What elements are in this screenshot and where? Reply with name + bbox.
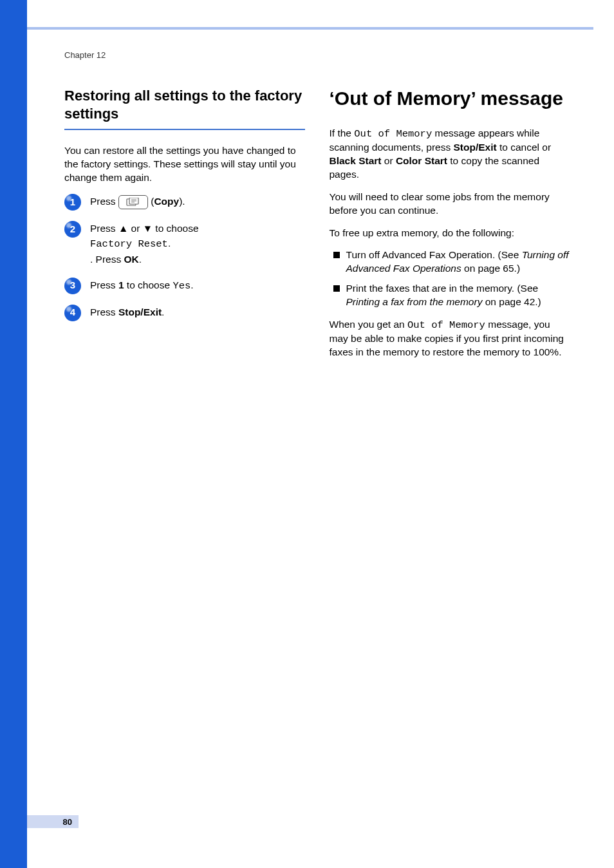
section-heading-out-of-memory: ‘Out of Memory’ message [330, 87, 570, 110]
oom-paragraph-3: To free up extra memory, do the followin… [330, 227, 570, 240]
text: . [191, 279, 193, 290]
copy-key-icon [118, 195, 148, 209]
text: or [128, 223, 142, 234]
text: ). [179, 196, 185, 207]
yes-option: Yes [172, 280, 191, 292]
step-1: 1 Press (Copy). [64, 194, 305, 211]
text: . [139, 254, 142, 265]
text: . [168, 238, 171, 249]
text: If the [330, 127, 355, 138]
black-start-label: Black Start [330, 155, 382, 166]
text: . Press [90, 254, 124, 265]
text: on page 65.) [461, 263, 520, 274]
stop-exit-label: Stop/Exit [118, 307, 162, 317]
xref-printing-fax[interactable]: Printing a fax from the memory [346, 296, 483, 307]
page-number-value: 80 [63, 817, 72, 827]
text: or [381, 155, 395, 166]
step-number-1: 1 [64, 194, 81, 211]
text: Press [90, 223, 118, 234]
top-rule [27, 27, 593, 30]
down-arrow-icon: ▼ [143, 223, 153, 234]
chapter-label: Chapter 12 [64, 50, 570, 60]
bullet-list: Turn off Advanced Fax Operation. (See Tu… [330, 249, 570, 309]
page-content: Chapter 12 Restoring all settings to the… [64, 50, 570, 368]
step-2: 2 Press ▲ or ▼ to choose Factory Reset..… [64, 221, 305, 267]
step-2-text: Press ▲ or ▼ to choose Factory Reset.. P… [90, 221, 199, 267]
text: Print the faxes that are in the memory. … [346, 283, 539, 294]
intro-paragraph: You can restore all the settings you hav… [64, 144, 305, 185]
text: to cancel or [497, 142, 551, 153]
ok-label: OK [124, 254, 139, 265]
step-3-text: Press 1 to choose Yes. [90, 278, 194, 294]
page-number: 80 [27, 815, 79, 828]
text: ( [148, 196, 154, 207]
step-number-4: 4 [64, 305, 81, 321]
text: to choose [124, 279, 173, 290]
step-number-3: 3 [64, 278, 81, 294]
two-column-layout: Restoring all settings to the factory se… [64, 87, 570, 368]
text: . [162, 307, 164, 317]
oom-paragraph-4: When you get an Out of Memory message, y… [330, 318, 570, 359]
key-1-label: 1 [118, 279, 124, 290]
up-arrow-icon: ▲ [118, 223, 128, 234]
bullet-2: Print the faxes that are in the memory. … [330, 282, 570, 309]
right-column: ‘Out of Memory’ message If the Out of Me… [330, 87, 570, 368]
step-4-text: Press Stop/Exit. [90, 305, 164, 319]
oom-paragraph-2: You will need to clear some jobs from th… [330, 191, 570, 218]
text: When you get an [330, 319, 408, 330]
step-3: 3 Press 1 to choose Yes. [64, 278, 305, 294]
left-column: Restoring all settings to the factory se… [64, 87, 305, 368]
bullet-1: Turn off Advanced Fax Operation. (See Tu… [330, 249, 570, 276]
stop-exit-label: Stop/Exit [454, 142, 497, 153]
color-start-label: Color Start [396, 155, 447, 166]
oom-paragraph-1: If the Out of Memory message appears whi… [330, 127, 570, 182]
text: Turn off Advanced Fax Operation. (See [346, 249, 522, 260]
text: Press [90, 279, 118, 290]
factory-reset-option: Factory Reset [90, 238, 168, 250]
step-1-text: Press (Copy). [90, 194, 185, 209]
text: Press [90, 307, 118, 317]
side-accent-bar [0, 0, 27, 868]
text: to choose [153, 223, 199, 234]
oom-message-text: Out of Memory [407, 319, 485, 331]
step-4: 4 Press Stop/Exit. [64, 305, 305, 321]
text: on page 42.) [482, 296, 541, 307]
section-heading-restoring: Restoring all settings to the factory se… [64, 87, 305, 130]
steps-list: 1 Press (Copy). 2 P [64, 194, 305, 321]
text: Press [90, 196, 118, 207]
step-number-2: 2 [64, 221, 81, 238]
copy-label: Copy [154, 196, 179, 207]
oom-message-text: Out of Memory [354, 128, 432, 140]
